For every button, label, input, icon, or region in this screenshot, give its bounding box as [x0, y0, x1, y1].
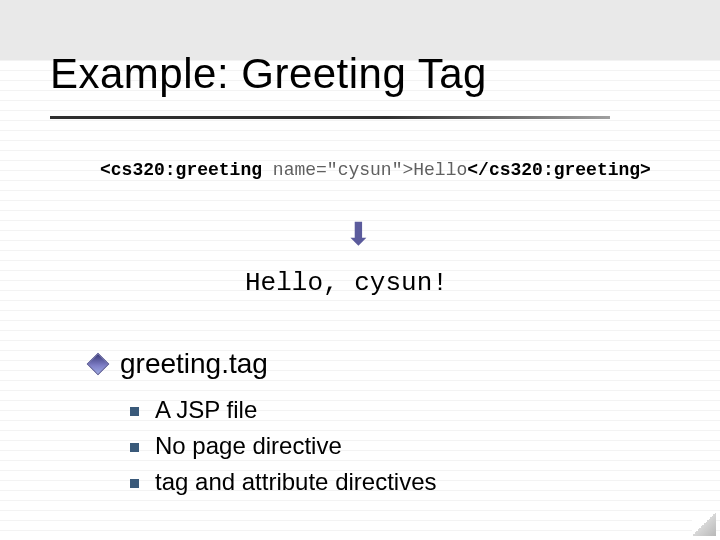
- main-bullet: greeting.tag: [90, 348, 268, 380]
- square-bullet-icon: [130, 407, 139, 416]
- code-close-tag: </cs320:greeting>: [467, 160, 651, 180]
- code-example: <cs320:greeting name="cysun">Hello</cs32…: [100, 160, 651, 180]
- code-open-tag: <cs320:greeting: [100, 160, 262, 180]
- sub-bullet: A JSP file: [130, 396, 257, 424]
- sub-bullet-label: tag and attribute directives: [155, 468, 437, 496]
- slide-title: Example: Greeting Tag: [50, 50, 487, 98]
- sub-bullet: No page directive: [130, 432, 342, 460]
- sub-bullet: tag and attribute directives: [130, 468, 437, 496]
- code-inner: Hello: [413, 160, 467, 180]
- page-corner-icon: [692, 512, 716, 536]
- square-bullet-icon: [130, 479, 139, 488]
- down-arrow-icon: ⬇: [345, 215, 372, 253]
- slide: Example: Greeting Tag <cs320:greeting na…: [0, 0, 720, 540]
- diamond-bullet-icon: [87, 353, 110, 376]
- main-bullet-label: greeting.tag: [120, 348, 268, 380]
- sub-bullet-label: A JSP file: [155, 396, 257, 424]
- square-bullet-icon: [130, 443, 139, 452]
- title-underline: [50, 116, 610, 119]
- output-text: Hello, cysun!: [245, 268, 448, 298]
- code-attr: name="cysun">: [262, 160, 413, 180]
- sub-bullet-label: No page directive: [155, 432, 342, 460]
